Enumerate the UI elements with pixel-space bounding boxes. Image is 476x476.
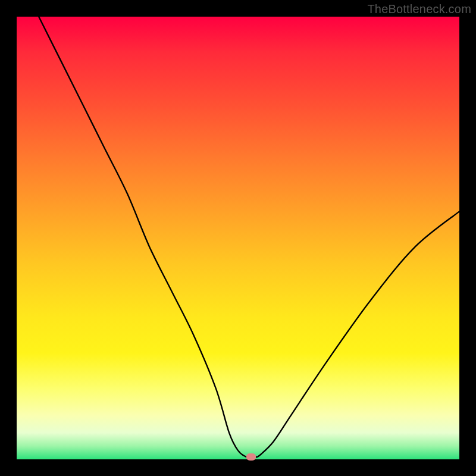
plot-area bbox=[17, 17, 459, 459]
bottleneck-curve bbox=[17, 17, 459, 459]
chart-frame: TheBottleneck.com bbox=[0, 0, 476, 476]
optimum-marker bbox=[246, 453, 256, 461]
watermark-text: TheBottleneck.com bbox=[367, 2, 471, 16]
